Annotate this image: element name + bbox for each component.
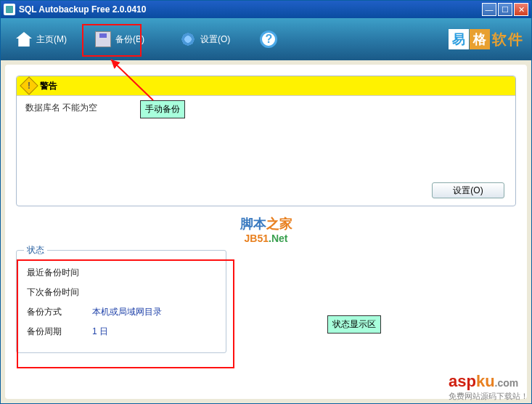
brand-part-2: 之家 xyxy=(266,217,292,231)
home-button[interactable]: 主页(M) xyxy=(8,26,73,52)
status-row: 备份周期 1 日 xyxy=(27,326,216,338)
brand-center: 脚本之家 JB51.Net xyxy=(16,215,516,244)
status-label-period: 备份周期 xyxy=(27,326,92,338)
warning-settings-button[interactable]: 设置(O) xyxy=(432,182,504,198)
status-label-method: 备份方式 xyxy=(27,306,92,318)
status-legend: 状态 xyxy=(24,244,47,256)
status-row: 下次备份时间 xyxy=(27,286,216,299)
status-row: 备份方式 本机或局域网目录 xyxy=(27,306,216,318)
minimize-button[interactable]: — xyxy=(482,3,496,16)
floppy-icon xyxy=(93,29,113,49)
status-label-next-backup: 下次备份时间 xyxy=(27,286,92,299)
status-label-last-backup: 最近备份时间 xyxy=(27,267,92,279)
home-label: 主页(M) xyxy=(36,33,67,46)
gear-icon xyxy=(178,29,198,49)
logo-char-1: 易 xyxy=(449,29,469,49)
app-window: SQL Autobackup Free 2.0.0410 — ☐ ✕ 主页(M)… xyxy=(0,0,532,404)
app-icon xyxy=(4,4,15,15)
status-value-method: 本机或局域网目录 xyxy=(92,306,162,318)
backup-button[interactable]: 备份(B) xyxy=(87,26,150,52)
status-row: 最近备份时间 xyxy=(27,267,216,279)
window-controls: — ☐ ✕ xyxy=(482,3,528,16)
warning-header: 警告 xyxy=(17,76,515,96)
help-button[interactable]: ? xyxy=(254,28,283,51)
brand-domain-2: .Net xyxy=(269,233,287,244)
status-group: 状态 最近备份时间 下次备份时间 备份方式 本机或局域网目录 备份周期 1 日 xyxy=(16,250,226,353)
titlebar: SQL Autobackup Free 2.0.0410 — ☐ ✕ xyxy=(1,1,531,18)
brand-part-1: 脚本 xyxy=(240,217,266,231)
warning-title: 警告 xyxy=(40,80,57,92)
brand-line2: JB51.Net xyxy=(16,233,516,244)
brand-logo: 易 格 软件 xyxy=(449,29,524,49)
toolbar: 主页(M) 备份(B) 设置(O) ? 易 格 软件 xyxy=(1,18,531,60)
content-area: 警告 数据库名 不能为空 设置(O) 脚本之家 JB51.Net 状态 最近备份… xyxy=(5,65,527,399)
logo-text: 软件 xyxy=(492,30,524,49)
warning-panel: 警告 数据库名 不能为空 设置(O) xyxy=(16,76,516,206)
warning-message: 数据库名 不能为空 xyxy=(17,96,515,120)
window-title: SQL Autobackup Free 2.0.0410 xyxy=(19,4,482,15)
settings-button[interactable]: 设置(O) xyxy=(172,26,236,52)
maximize-button[interactable]: ☐ xyxy=(498,3,512,16)
backup-label: 备份(B) xyxy=(115,33,144,46)
brand-line1: 脚本之家 xyxy=(16,215,516,233)
logo-char-2: 格 xyxy=(470,29,490,49)
status-value-period: 1 日 xyxy=(92,326,108,338)
warning-icon xyxy=(20,76,38,94)
home-icon xyxy=(14,29,34,49)
close-button[interactable]: ✕ xyxy=(514,3,528,16)
help-icon: ? xyxy=(260,31,277,48)
settings-label: 设置(O) xyxy=(200,33,230,46)
brand-domain-1: JB51 xyxy=(245,233,269,244)
